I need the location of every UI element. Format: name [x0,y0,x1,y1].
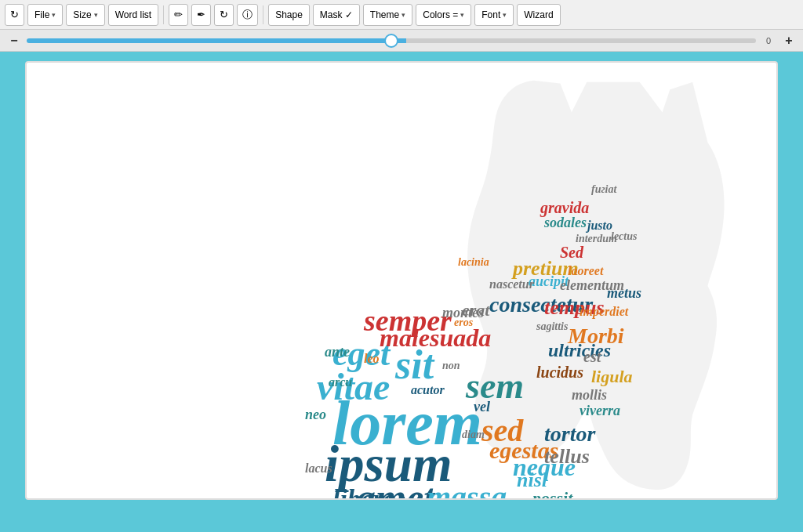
pencil2-button[interactable]: ✒ [191,4,211,26]
wordlist-button[interactable]: Word list [108,4,158,26]
theme-dropdown-arrow: ▾ [402,11,405,19]
file-dropdown-arrow: ▾ [52,11,56,19]
word-item: ante [325,345,350,359]
refresh-button[interactable]: ↻ [5,4,24,26]
slider-minus[interactable]: − [6,34,22,48]
word-item: diam [462,429,485,440]
colors-button[interactable]: Colors = ▾ [416,4,471,26]
word-item: tortor [544,423,595,445]
slider-value: 0 [761,36,776,45]
words-container: loremipsumametvitaesitsemsedegetsemperma… [27,63,776,498]
separator-2 [263,5,263,24]
word-item: laoreet [568,265,603,277]
font-dropdown-arrow: ▾ [503,11,507,19]
size-button[interactable]: Size ▾ [66,4,104,26]
word-item: lacinia [458,257,489,268]
word-item: nascetur [489,278,534,291]
word-item: fuгiat [591,184,616,195]
shape-label: Shape [275,9,303,20]
word-item: tellus [544,447,590,467]
pencil-button[interactable]: ✏ [169,4,188,26]
word-item: lectus [611,231,637,242]
word-item: vel [474,400,490,414]
word-item: est [583,349,601,364]
zoom-slider[interactable] [27,38,756,43]
word-item: possit [532,490,572,500]
word-item: viverra [580,404,620,418]
word-item: justo [587,219,612,232]
mask-label: Mask ✓ [320,9,353,20]
colors-dropdown-arrow: ▾ [460,11,464,19]
theme-button[interactable]: Theme ▾ [363,4,412,26]
word-item: lucidus [536,364,583,380]
font-button[interactable]: Font ▾ [474,4,514,26]
word-item: leo [364,353,380,365]
word-item: sodales [544,215,587,230]
separator-1 [163,5,164,24]
word-item: Morbi [568,325,624,347]
wordlist-label: Word list [115,9,151,20]
colors-label: Colors = [423,9,458,20]
font-label: Font [481,9,500,20]
word-item: gravida [540,200,589,215]
info-button[interactable]: ⓘ [237,4,258,26]
shape-button[interactable]: Shape [268,4,310,26]
word-item: ligula [591,368,633,385]
word-item: non [442,360,460,371]
word-item: libero [332,486,396,500]
word-cloud-container[interactable]: loremipsumametvitaesitsemsedegetsemperma… [25,61,778,500]
word-item: vitae [317,368,390,406]
size-dropdown-arrow: ▾ [94,11,98,19]
word-item: sagittis [536,321,568,332]
file-label: File [35,9,49,20]
word-item: arcu [329,376,352,389]
wizard-button[interactable]: Wizard [517,4,560,26]
slider-bar: − 0 + [0,30,803,52]
word-item: neo [305,407,326,422]
file-button[interactable]: File ▾ [27,4,63,26]
word-item: metus [607,286,641,300]
theme-label: Theme [370,9,399,20]
word-item: mollis [572,388,607,402]
word-item: acutor [411,384,445,396]
toolbar: ↻ File ▾ Size ▾ Word list ✏ ✒ ↻ ⓘ Shape … [0,0,803,30]
word-item: malesuada [380,325,491,350]
redo-button[interactable]: ↻ [214,4,234,26]
word-item: lacus [305,462,332,475]
word-item: dui [395,494,420,500]
word-item: imperdiet [580,306,628,318]
size-label: Size [73,9,91,20]
word-item: eros [454,317,473,328]
canvas-area: loremipsumametvitaesitsemsedegetsemperma… [0,52,803,532]
wizard-label: Wizard [524,9,553,20]
slider-plus[interactable]: + [781,34,797,48]
word-item: massa [427,482,507,500]
mask-button[interactable]: Mask ✓ [313,4,360,26]
word-item: Sed [560,244,583,260]
